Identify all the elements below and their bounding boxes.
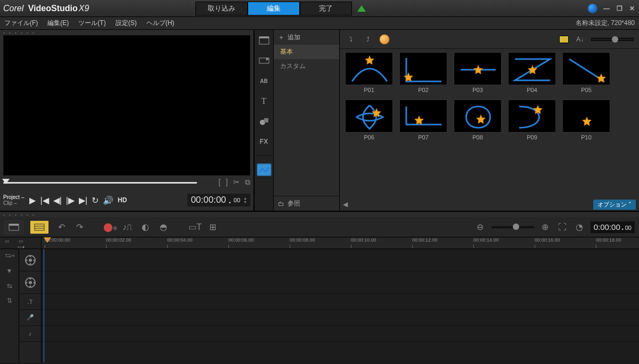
thumb-zoom-slider[interactable]: [591, 38, 634, 41]
multicam-icon[interactable]: ⊞: [207, 222, 218, 232]
ruler-icon-b[interactable]: ▭: [19, 238, 23, 244]
mode-clip-label[interactable]: Clip –: [3, 200, 24, 206]
timeline-timecode[interactable]: 0:00:00.00: [591, 221, 635, 233]
collapse-icon[interactable]: ▼: [6, 267, 13, 275]
overlay-mgr-icon[interactable]: ⮀▭: [5, 252, 14, 260]
tab-filter-icon[interactable]: FX: [257, 135, 272, 148]
maximize-icon[interactable]: ❐: [616, 5, 623, 12]
next-frame-icon[interactable]: |▶: [66, 195, 75, 205]
tab-transition-icon[interactable]: AB: [257, 75, 272, 87]
ripple-icon[interactable]: ⇆: [7, 282, 12, 289]
timeline-ruler[interactable]: ▭ ▭+/-▾ 00:00:00.0000:00:02.0000:00:04.0…: [0, 237, 639, 249]
preview-panel: [ ] ✂ ⧉ Project – Clip – ▶ |◀ ◀| |▶ ▶| ↻…: [0, 30, 255, 211]
ruler-tick: 00:00:14.00: [473, 237, 499, 243]
record-icon[interactable]: ⬤⚙: [103, 222, 115, 232]
tab-title-icon[interactable]: T: [257, 95, 272, 107]
redo-icon[interactable]: ↷: [73, 222, 85, 232]
mark-in-icon[interactable]: [: [218, 178, 220, 187]
path-thumb-p08[interactable]: P08: [454, 100, 502, 140]
storyboard-view-button[interactable]: [4, 220, 23, 234]
track-manager-icon[interactable]: ▭T: [189, 222, 200, 232]
scrub-handle[interactable]: [2, 179, 10, 184]
cut-icon[interactable]: ✂: [233, 178, 240, 187]
voice-track-icon[interactable]: 🎤: [19, 310, 41, 326]
zoom-out-icon[interactable]: ⊖: [474, 222, 486, 232]
playhead-line[interactable]: [44, 249, 44, 363]
menu-edit[interactable]: 編集(E): [47, 19, 69, 28]
export-icon[interactable]: ⤴: [362, 34, 374, 45]
menu-file[interactable]: ファイル(F): [4, 19, 38, 28]
path-thumb-p05[interactable]: P05: [562, 52, 610, 93]
menu-settings[interactable]: 設定(S): [116, 19, 137, 28]
multi-trim-icon[interactable]: ◓: [158, 222, 169, 232]
import-icon[interactable]: ⤵: [345, 34, 357, 45]
tab-path-icon[interactable]: [257, 163, 272, 176]
project-duration-icon[interactable]: ◔: [574, 222, 585, 232]
help-globe-icon[interactable]: [588, 4, 597, 13]
timeline-grip[interactable]: [0, 212, 639, 217]
path-thumb-p01[interactable]: P01: [345, 52, 393, 93]
preview-viewport[interactable]: [3, 35, 250, 176]
tab-instant-icon[interactable]: [257, 54, 272, 67]
fit-project-icon[interactable]: ⛶: [556, 222, 568, 232]
preview-timecode[interactable]: 00:00:00.00 ▲▼: [187, 194, 250, 206]
prev-frame-icon[interactable]: ◀|: [53, 195, 62, 205]
minimize-icon[interactable]: —: [603, 5, 610, 12]
gallery: ⤵ ⤴ A↓ P01 P02 P03 P04 P05 P06 P07 P08 P…: [340, 30, 639, 211]
hd-toggle[interactable]: HD: [118, 196, 127, 204]
path-thumb-p09[interactable]: P09: [508, 100, 556, 140]
volume-icon[interactable]: 🔊: [103, 195, 113, 205]
browse-button[interactable]: 🗀参照: [274, 196, 339, 211]
svg-point-13: [33, 259, 35, 261]
step-edit[interactable]: 編集: [248, 2, 300, 15]
path-thumb-p06[interactable]: P06: [345, 100, 393, 140]
undo-icon[interactable]: ↶: [55, 222, 67, 232]
tab-media-icon[interactable]: [257, 34, 272, 47]
add-category-button[interactable]: ＋追加: [274, 30, 339, 45]
thumb-view-icon[interactable]: [559, 36, 569, 43]
mark-out-icon[interactable]: ]: [226, 178, 228, 187]
auto-music-icon[interactable]: ◐: [140, 222, 151, 232]
timeline-zoom-slider[interactable]: [491, 226, 534, 228]
step-capture[interactable]: 取り込み: [195, 2, 248, 15]
category-custom[interactable]: カスタム: [274, 59, 339, 73]
end-icon[interactable]: ▶|: [79, 195, 87, 205]
lock-scroll-icon[interactable]: ⇅: [7, 297, 12, 304]
audio-mixer-icon[interactable]: ♪⎍: [121, 222, 133, 232]
path-thumb-p10[interactable]: P10: [562, 100, 610, 140]
sort-icon[interactable]: A↓: [574, 34, 586, 45]
mode-project-label[interactable]: Project –: [3, 194, 24, 200]
overlay-track-icon[interactable]: [19, 271, 41, 294]
scroll-left-icon[interactable]: ◀: [343, 201, 348, 208]
disc-icon[interactable]: [379, 34, 390, 45]
title-track-icon[interactable]: .T: [19, 294, 41, 310]
path-thumb-p04[interactable]: P04: [508, 52, 556, 93]
path-thumb-p02[interactable]: P02: [399, 52, 447, 93]
track-canvas[interactable]: [42, 249, 639, 363]
video-track-icon[interactable]: [19, 249, 41, 271]
menu-help[interactable]: ヘルプ(H): [146, 19, 175, 28]
options-button[interactable]: オプション ˄: [593, 200, 636, 210]
step-share[interactable]: 完了: [300, 2, 352, 15]
panel-grip[interactable]: [0, 30, 253, 35]
repeat-icon[interactable]: ↻: [92, 195, 99, 205]
plus-icon: ＋: [278, 33, 284, 42]
play-icon[interactable]: ▶: [29, 195, 36, 205]
scrub-bar[interactable]: [ ] ✂ ⧉: [3, 178, 250, 187]
category-basic[interactable]: 基本: [274, 45, 339, 59]
menu-tools[interactable]: ツール(T): [78, 19, 105, 28]
timeline-toolbar: ↶ ↷ ⬤⚙ ♪⎍ ◐ ◓ ▭T ⊞ ⊖ ⊕ ⛶ ◔ 0:00:00.00: [0, 217, 639, 237]
path-thumb-p07[interactable]: P07: [399, 100, 447, 140]
home-icon[interactable]: |◀: [40, 195, 48, 205]
timeline-view-button[interactable]: [30, 220, 49, 234]
svg-point-14: [29, 263, 31, 264]
close-icon[interactable]: ✕: [628, 5, 636, 12]
thumb-label: P07: [418, 133, 429, 140]
music-track-icon[interactable]: ♪: [19, 326, 41, 342]
expand-icon[interactable]: ⧉: [245, 178, 250, 187]
ruler-icon-a[interactable]: ▭: [5, 238, 10, 244]
zoom-in-icon[interactable]: ⊕: [539, 222, 551, 232]
upload-icon[interactable]: [357, 5, 366, 12]
tab-graphic-icon[interactable]: [257, 115, 272, 128]
path-thumb-p03[interactable]: P03: [454, 52, 502, 93]
